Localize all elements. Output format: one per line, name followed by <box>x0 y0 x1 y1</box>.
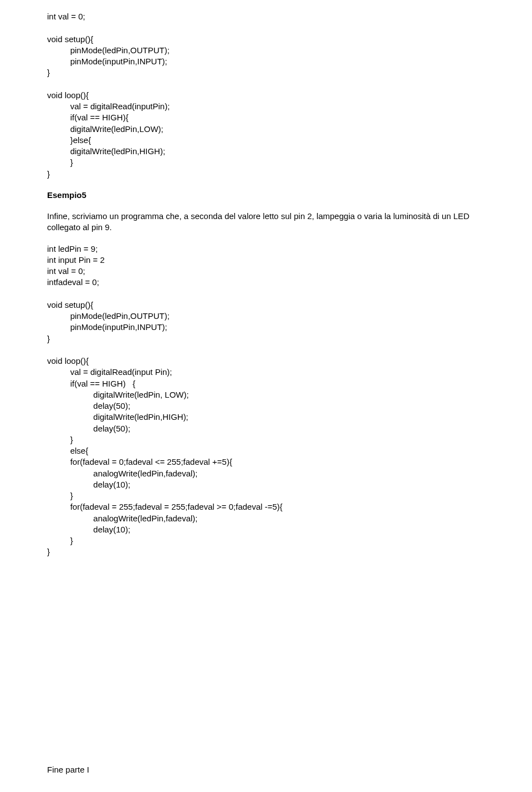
document-page: int val = 0; void setup(){ pinMode(ledPi… <box>0 0 532 792</box>
code-block-2: int ledPin = 9; int input Pin = 2 int va… <box>47 243 485 558</box>
spacer <box>47 180 485 190</box>
code-block-1: int val = 0; void setup(){ pinMode(ledPi… <box>47 11 485 180</box>
spacer <box>47 233 485 243</box>
spacer <box>47 201 485 211</box>
heading-esempio5: Esempio5 <box>47 190 485 201</box>
footer-text: Fine parte I <box>47 764 89 775</box>
paragraph-description: Infine, scriviamo un programma che, a se… <box>47 211 485 233</box>
